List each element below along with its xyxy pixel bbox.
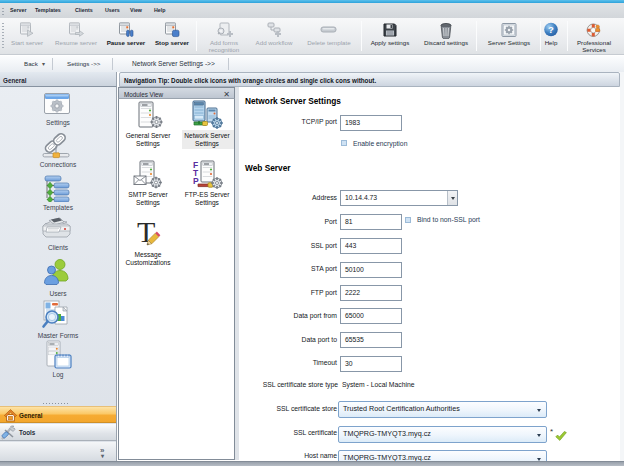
svg-text:T: T	[137, 218, 155, 248]
svg-text:?: ?	[548, 24, 554, 35]
